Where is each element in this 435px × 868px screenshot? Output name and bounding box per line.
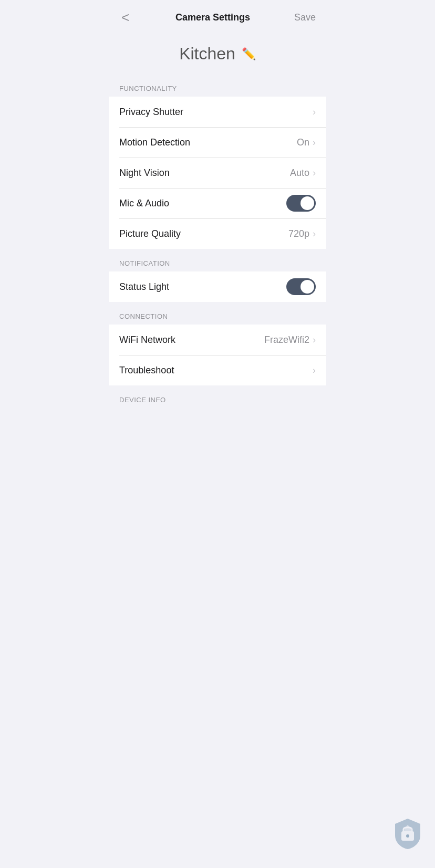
label-wifi-network: WiFi Network — [119, 334, 175, 346]
chevron-motion-detection: › — [313, 137, 316, 148]
value-picture-quality: 720p — [288, 228, 309, 239]
right-privacy-shutter: › — [313, 107, 316, 118]
section-header-connection: CONNECTION — [109, 306, 326, 325]
settings-row-motion-detection[interactable]: Motion DetectionOn› — [109, 127, 326, 158]
chevron-wifi-network: › — [313, 334, 316, 346]
chevron-privacy-shutter: › — [313, 107, 316, 118]
chevron-troubleshoot: › — [313, 365, 316, 376]
section-header-device-info: DEVICE INFO — [109, 390, 326, 408]
settings-group-functionality: Privacy Shutter›Motion DetectionOn›Night… — [109, 97, 326, 249]
settings-row-wifi-network[interactable]: WiFi NetworkFrazeWifi2› — [109, 325, 326, 355]
label-privacy-shutter: Privacy Shutter — [119, 107, 183, 118]
spacer-device-info — [109, 408, 326, 412]
chevron-night-vision: › — [313, 168, 316, 179]
spacer-connection — [109, 385, 326, 390]
right-mic-audio — [286, 195, 316, 212]
toggle-mic-audio[interactable] — [286, 195, 316, 212]
settings-row-status-light[interactable]: Status Light — [109, 271, 326, 302]
label-motion-detection: Motion Detection — [119, 137, 190, 148]
save-button[interactable]: Save — [294, 12, 316, 23]
settings-row-privacy-shutter[interactable]: Privacy Shutter› — [109, 97, 326, 127]
right-status-light — [286, 278, 316, 295]
section-header-notification: NOTIFICATION — [109, 253, 326, 271]
right-motion-detection: On› — [297, 137, 316, 148]
back-button[interactable]: < — [119, 8, 131, 26]
settings-row-night-vision[interactable]: Night VisionAuto› — [109, 158, 326, 188]
right-troubleshoot: › — [313, 365, 316, 376]
right-wifi-network: FrazeWifi2› — [264, 334, 316, 346]
toggle-status-light[interactable] — [286, 278, 316, 295]
settings-group-notification: Status Light — [109, 271, 326, 302]
settings-row-picture-quality[interactable]: Picture Quality720p› — [109, 218, 326, 249]
camera-name-section: Kitchen ✏️ — [109, 32, 326, 78]
settings-row-mic-audio[interactable]: Mic & Audio — [109, 188, 326, 218]
right-picture-quality: 720p› — [288, 228, 316, 239]
camera-name: Kitchen — [179, 44, 235, 64]
spacer-notification — [109, 302, 326, 306]
label-night-vision: Night Vision — [119, 168, 170, 179]
value-night-vision: Auto — [290, 168, 309, 179]
edit-name-button[interactable]: ✏️ — [242, 47, 256, 61]
right-night-vision: Auto› — [290, 168, 316, 179]
label-troubleshoot: Troubleshoot — [119, 365, 174, 376]
header: < Camera Settings Save — [109, 0, 326, 32]
section-header-functionality: FUNCTIONALITY — [109, 78, 326, 97]
label-mic-audio: Mic & Audio — [119, 198, 169, 209]
page-title: Camera Settings — [131, 12, 294, 23]
value-wifi-network: FrazeWifi2 — [264, 334, 309, 346]
chevron-picture-quality: › — [313, 228, 316, 239]
label-status-light: Status Light — [119, 281, 169, 292]
label-picture-quality: Picture Quality — [119, 228, 181, 239]
value-motion-detection: On — [297, 137, 309, 148]
spacer-functionality — [109, 249, 326, 253]
settings-row-troubleshoot[interactable]: Troubleshoot› — [109, 355, 326, 385]
settings-group-connection: WiFi NetworkFrazeWifi2›Troubleshoot› — [109, 325, 326, 385]
